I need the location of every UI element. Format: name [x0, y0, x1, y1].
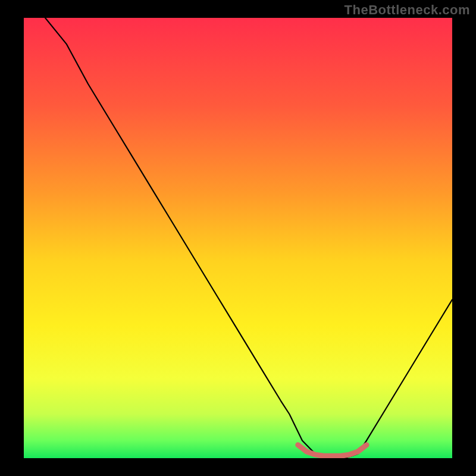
chart-frame: TheBottleneck.com — [0, 0, 476, 476]
watermark-text: TheBottleneck.com — [345, 2, 470, 18]
bottleneck-chart — [0, 0, 476, 476]
